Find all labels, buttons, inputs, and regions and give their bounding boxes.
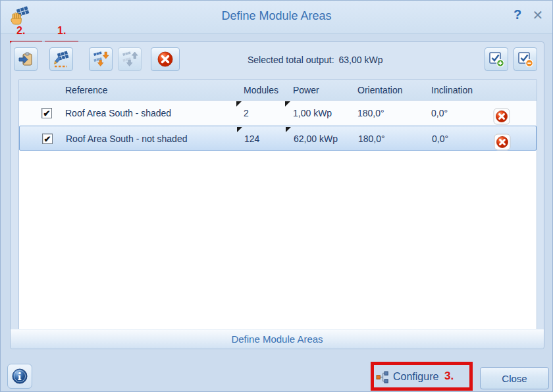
module-area-arrows-disabled-icon (121, 51, 138, 68)
dialog-title: Define Module Areas (1, 9, 552, 23)
selected-total-value: 63,00 kWp (339, 55, 383, 65)
row-delete-icon (493, 108, 510, 125)
cell-modules[interactable]: 2 (244, 108, 249, 118)
module-areas-table: Reference Modules Power Orientation Incl… (18, 79, 537, 330)
table-row-selected[interactable]: ✔ Roof Area South - not shaded 124 62,00… (19, 126, 537, 151)
row-checkbox[interactable]: ✔ (41, 108, 52, 118)
selected-total-output: Selected total output:63,00 kWp (248, 55, 382, 65)
annotation-step-1: 1. (57, 25, 66, 37)
row-delete-icon (494, 134, 511, 151)
new-module-area-button[interactable] (49, 47, 73, 71)
checkbox-minus-icon (517, 51, 533, 67)
cell-modules[interactable]: 124 (244, 134, 259, 144)
cell-power[interactable]: 62,00 kWp (294, 134, 338, 144)
column-header-inclination: Inclination (431, 85, 473, 95)
delete-cross-icon (157, 51, 174, 68)
table-header: Reference Modules Power Orientation Incl… (19, 80, 537, 101)
cell-edit-marker (237, 127, 242, 132)
cell-edit-marker (286, 127, 291, 132)
panel-status-bar: Define Module Areas (11, 329, 544, 349)
column-header-reference: Reference (65, 85, 108, 95)
selected-total-label: Selected total output: (248, 55, 334, 65)
checkbox-plus-icon (488, 51, 504, 67)
delete-module-area-button[interactable] (151, 47, 180, 71)
titlebar-close-icon[interactable]: ✕ (530, 7, 546, 24)
row-delete-button[interactable] (494, 134, 511, 151)
help-button[interactable]: ? (510, 7, 525, 24)
annotation-box-step-3 (371, 362, 473, 391)
cell-reference: Roof Area South - not shaded (66, 134, 187, 144)
info-button[interactable] (7, 364, 32, 389)
row-delete-button[interactable] (493, 108, 510, 125)
cell-inclination: 0,0° (431, 108, 448, 118)
cell-edit-marker (285, 101, 290, 107)
cell-inclination: 0,0° (432, 134, 448, 144)
cell-orientation: 180,0° (357, 108, 384, 118)
info-icon (11, 368, 28, 385)
table-row[interactable]: ✔ Roof Area South - shaded 2 1,00 kWp 18… (19, 101, 537, 126)
module-areas-panel: Selected total output:63,00 kWp Referenc… (10, 41, 544, 349)
close-button[interactable]: Close (480, 367, 549, 389)
select-all-button[interactable] (485, 47, 508, 71)
paste-module-area-button[interactable] (14, 47, 38, 71)
cell-power[interactable]: 1,00 kWp (293, 108, 332, 118)
module-area-arrows-icon (92, 51, 109, 68)
column-header-orientation: Orientation (357, 85, 402, 95)
cell-reference: Roof Area South - shaded (65, 108, 171, 118)
cell-orientation: 180,0° (358, 134, 385, 144)
module-area-pencil-icon (53, 51, 70, 68)
move-module-area-down-button[interactable] (89, 47, 113, 71)
annotation-step-2: 2. (16, 25, 25, 37)
row-checkbox[interactable]: ✔ (42, 134, 53, 144)
define-module-areas-dialog: Define Module Areas ? ✕ 2. 1. (0, 0, 553, 392)
move-module-area-up-button[interactable] (118, 47, 142, 71)
clipboard-paste-icon (18, 51, 34, 67)
column-header-modules: Modules (244, 85, 278, 95)
titlebar: Define Module Areas ? ✕ (1, 1, 552, 34)
deselect-all-button[interactable] (514, 47, 537, 71)
cell-edit-marker (236, 101, 242, 107)
column-header-power: Power (293, 85, 319, 95)
